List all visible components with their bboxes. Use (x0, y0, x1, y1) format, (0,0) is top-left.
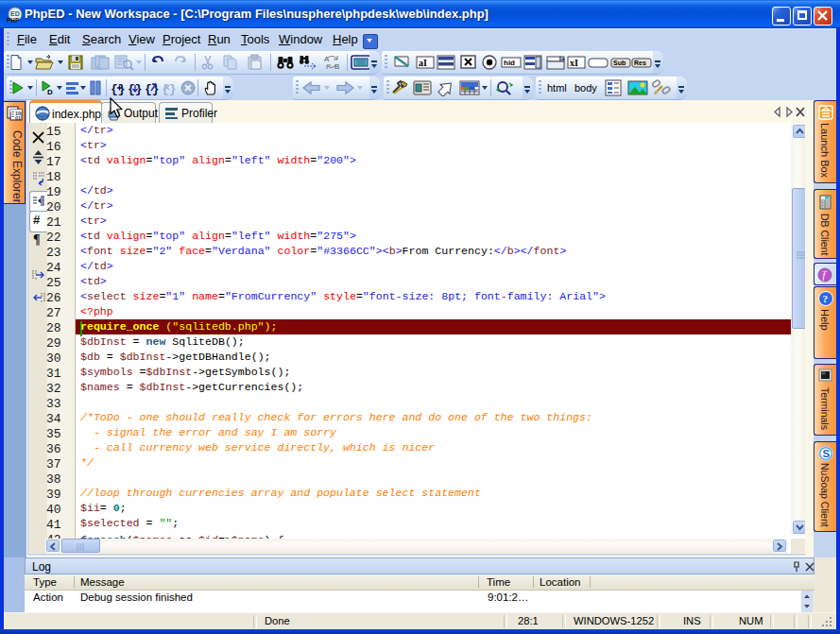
svg-text:A: A (324, 55, 330, 63)
svg-text:PHP: PHP (7, 17, 20, 24)
svg-text:xI: xI (570, 58, 578, 68)
svg-text:hid: hid (504, 59, 515, 67)
svg-text:{}: {} (111, 82, 126, 96)
svg-text:aI: aI (419, 58, 427, 68)
svg-text:?: ? (823, 293, 829, 304)
svg-text:Res: Res (634, 60, 646, 66)
svg-text:S: S (823, 448, 831, 459)
svg-text:D: D (47, 88, 53, 96)
svg-text:Sub: Sub (613, 60, 626, 66)
svg-text:01: 01 (15, 115, 21, 121)
svg-text:ED: ED (10, 10, 20, 17)
